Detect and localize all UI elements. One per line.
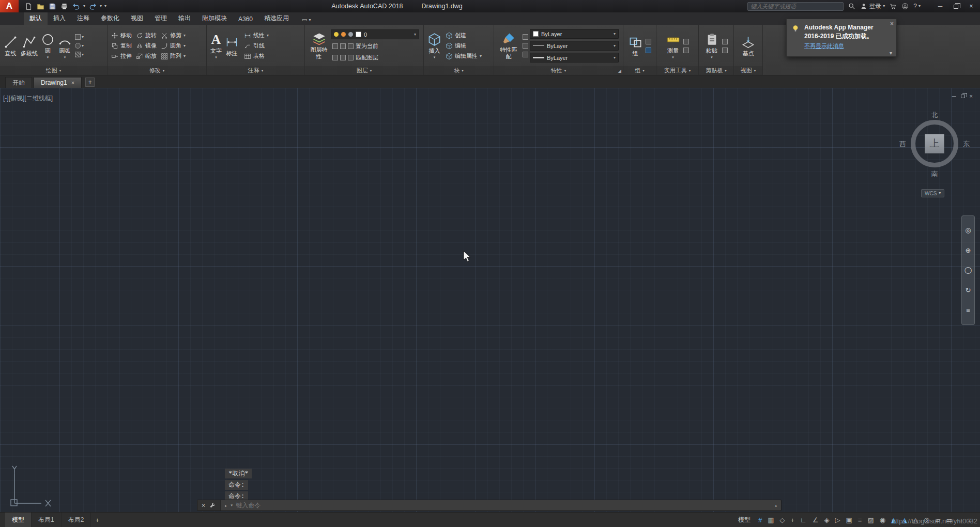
- viewcube-south-label[interactable]: 南: [898, 169, 971, 179]
- viewport-controls-label[interactable]: [-][俯视][二维线框]: [3, 94, 53, 103]
- new-drawing-tab-button[interactable]: +: [85, 78, 95, 87]
- layer-select-dropdown[interactable]: 0 ▾: [331, 29, 419, 39]
- layer-dropdown-chevron[interactable]: ▾: [414, 33, 416, 37]
- snap-mode-toggle[interactable]: ▦: [768, 517, 774, 523]
- ribbon-tab-home[interactable]: 默认: [24, 12, 48, 25]
- undo-button[interactable]: [71, 2, 81, 11]
- qat-customize-dropdown[interactable]: ▾: [104, 4, 106, 8]
- command-prompt-field[interactable]: ▸ ▾: [221, 502, 771, 509]
- paste-tool[interactable]: 粘贴 ▾: [703, 32, 721, 60]
- panel-label-clipboard[interactable]: 剪贴板▾: [699, 66, 733, 75]
- line-tool[interactable]: 直线: [2, 34, 19, 58]
- ribbon-tab-insert[interactable]: 插入: [48, 12, 71, 25]
- edit-block-tool[interactable]: 编辑: [444, 41, 483, 50]
- search-button[interactable]: [848, 3, 855, 10]
- measure-dropdown[interactable]: ▾: [672, 55, 674, 59]
- doc-minimize-button[interactable]: ─: [952, 93, 956, 99]
- sign-in-button[interactable]: 登录 ▾: [860, 2, 885, 11]
- viewcube-top-face[interactable]: 上: [925, 134, 944, 153]
- ribbon-tab-manage[interactable]: 管理: [149, 12, 173, 25]
- clipboard-panel-dropdown[interactable]: ▾: [725, 69, 727, 72]
- command-history-expand-button[interactable]: ▴: [771, 503, 781, 508]
- file-tab-drawing1[interactable]: Drawing1 ×: [34, 77, 82, 88]
- insert-block-tool[interactable]: 插入 ▾: [426, 32, 443, 60]
- circle-tool[interactable]: 圆 ▾: [39, 32, 56, 60]
- pan-button[interactable]: ⊕: [966, 246, 971, 254]
- linear-dropdown[interactable]: ▾: [267, 34, 269, 38]
- mirror-tool[interactable]: 镜像: [134, 41, 158, 50]
- array-tool[interactable]: 阵列▾: [159, 52, 187, 60]
- ellipse-dropdown[interactable]: ▾: [82, 44, 84, 48]
- color-dropdown-chevron[interactable]: ▾: [614, 32, 616, 36]
- viewcube[interactable]: 上 北 南 西 东: [898, 107, 971, 190]
- workspace-switching-button[interactable]: ◎: [924, 517, 929, 523]
- notification-expand-chevron[interactable]: ▾: [890, 50, 892, 56]
- zoom-button[interactable]: ◯: [964, 266, 972, 274]
- annotation-monitor-toggle[interactable]: ▱: [935, 517, 940, 523]
- ribbon-tab-view[interactable]: 视图: [125, 12, 149, 25]
- stretch-tool[interactable]: 拉伸: [110, 52, 133, 60]
- match-layer-tool[interactable]: 匹配图层: [331, 53, 419, 62]
- modify-panel-dropdown[interactable]: ▾: [163, 69, 165, 72]
- grid-toggle[interactable]: #: [758, 517, 762, 523]
- model-space-button[interactable]: 模型: [738, 516, 753, 524]
- panel-label-view[interactable]: 视图▾: [734, 66, 762, 75]
- dynamic-input-toggle[interactable]: +: [791, 517, 795, 523]
- base-view-tool[interactable]: 基点: [740, 34, 757, 58]
- hatch-dropdown[interactable]: ▾: [82, 53, 84, 57]
- viewcube-north-label[interactable]: 北: [898, 111, 971, 120]
- ribbon-tab-addins[interactable]: 附加模块: [196, 12, 233, 25]
- circle-dropdown[interactable]: ▾: [47, 55, 49, 59]
- polyline-tool[interactable]: 多段线: [19, 34, 39, 58]
- object-snap-toggle[interactable]: ▣: [846, 517, 852, 523]
- orbit-button[interactable]: ↻: [966, 286, 971, 294]
- plot-button[interactable]: [59, 2, 69, 11]
- match-properties-tool[interactable]: 特性匹配: [496, 30, 521, 60]
- lineweight-dropdown-chevron[interactable]: ▾: [614, 56, 616, 60]
- table-tool[interactable]: 表格: [242, 52, 270, 60]
- command-input-bar[interactable]: × ▸ ▾ ▴: [197, 500, 782, 511]
- create-block-tool[interactable]: 创建: [444, 31, 483, 40]
- help-search-box[interactable]: [747, 2, 844, 11]
- ellipse-tool[interactable]: ▾: [75, 43, 84, 49]
- ribbon-tab-annotate[interactable]: 注释: [71, 12, 95, 25]
- wcs-dropdown[interactable]: WCS ▾: [921, 189, 944, 197]
- quick-properties-toggle[interactable]: ▭: [946, 517, 952, 523]
- help-dropdown[interactable]: ▾: [918, 4, 921, 8]
- help-button[interactable]: ? ▾: [913, 3, 921, 10]
- paste-dropdown[interactable]: ▾: [711, 55, 713, 59]
- annotation-autoscale-toggle[interactable]: ◮: [902, 517, 907, 523]
- save-button[interactable]: [48, 2, 57, 11]
- panel-label-modify[interactable]: 修改▾: [108, 66, 206, 75]
- trim-tool[interactable]: 修剪▾: [159, 31, 187, 40]
- infer-constraints-toggle[interactable]: ◇: [780, 517, 785, 523]
- rectangle-tool[interactable]: ▾: [75, 34, 84, 40]
- autodesk-account-button[interactable]: [901, 3, 909, 10]
- utilities-panel-dropdown[interactable]: ▾: [689, 69, 691, 72]
- undo-dropdown[interactable]: ▾: [83, 4, 85, 8]
- view-panel-dropdown[interactable]: ▾: [754, 69, 756, 72]
- application-menu-button[interactable]: A: [0, 0, 19, 12]
- close-button[interactable]: ×: [963, 3, 979, 10]
- annotation-scale-button[interactable]: △: [913, 517, 918, 523]
- block-panel-dropdown[interactable]: ▾: [462, 69, 464, 72]
- rotate-tool[interactable]: 旋转: [134, 31, 158, 40]
- doc-restore-button[interactable]: [961, 93, 965, 99]
- ribbon-tab-featured-apps[interactable]: 精选应用: [258, 12, 295, 25]
- panel-label-block[interactable]: 块▾: [424, 66, 494, 75]
- ucs-icon[interactable]: [4, 464, 56, 512]
- notification-dismiss-link[interactable]: 不再显示此消息: [804, 43, 844, 49]
- panel-label-utilities[interactable]: 实用工具▾: [656, 66, 698, 75]
- object-color-dropdown[interactable]: ByLayer ▾: [530, 29, 619, 39]
- new-file-button[interactable]: [24, 2, 33, 11]
- layers-panel-dropdown[interactable]: ▾: [370, 69, 372, 72]
- group-selection-toggle-icon[interactable]: [646, 48, 651, 53]
- linetype-dropdown-chevron[interactable]: ▾: [614, 44, 616, 48]
- group-tool[interactable]: 组: [627, 34, 644, 58]
- fillet-tool[interactable]: 圆角▾: [159, 41, 187, 50]
- model-tab[interactable]: 模型: [5, 513, 32, 527]
- lineweight-toggle[interactable]: ≡: [858, 517, 862, 523]
- array-dropdown[interactable]: ▾: [183, 54, 186, 58]
- file-tab-start[interactable]: 开始: [5, 77, 32, 88]
- point-style-icon[interactable]: [683, 48, 689, 53]
